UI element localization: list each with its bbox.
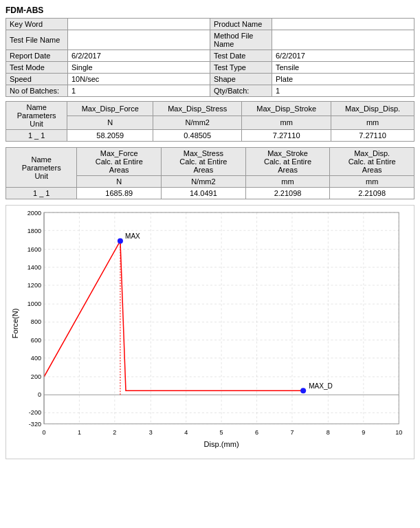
t1-col3-unit: N/mm2 bbox=[153, 116, 242, 130]
chart-area: Force(N) bbox=[5, 205, 415, 459]
batches-label: No of Batches: bbox=[6, 85, 68, 97]
svg-text:4: 4 bbox=[184, 429, 188, 436]
svg-text:400: 400 bbox=[31, 355, 41, 362]
svg-text:1400: 1400 bbox=[27, 264, 41, 271]
svg-text:1000: 1000 bbox=[27, 300, 41, 307]
test-file-value bbox=[68, 30, 210, 50]
t2-col2-unit: N bbox=[77, 176, 162, 188]
svg-text:10: 10 bbox=[395, 429, 402, 436]
svg-text:1600: 1600 bbox=[27, 246, 41, 253]
t1-col4-header: Max_Disp_Stroke bbox=[242, 102, 331, 116]
max-label: MAX bbox=[125, 232, 140, 240]
t2-col3-unit: N/mm2 bbox=[162, 176, 246, 188]
svg-text:0: 0 bbox=[43, 429, 46, 436]
t2-col3-header: Max_StressCalc. at EntireAreas bbox=[162, 148, 246, 176]
test-mode-value: Single bbox=[68, 62, 210, 74]
report-date-value: 6/2/2017 bbox=[68, 50, 210, 62]
data-table-1: NameParametersUnit Max_Disp_Force Max_Di… bbox=[5, 101, 415, 142]
svg-text:200: 200 bbox=[31, 373, 41, 380]
method-file-label: Method File Name bbox=[210, 30, 272, 50]
t2-col4-unit: mm bbox=[245, 176, 330, 188]
test-mode-label: Test Mode bbox=[6, 62, 68, 74]
report-date-label: Report Date bbox=[6, 50, 68, 62]
test-type-label: Test Type bbox=[210, 62, 272, 74]
t1-col4-unit: mm bbox=[242, 116, 331, 130]
svg-text:8: 8 bbox=[327, 429, 330, 436]
t1-col5-unit: mm bbox=[331, 116, 415, 130]
keyword-label: Key Word bbox=[6, 19, 68, 30]
keyword-value bbox=[68, 19, 210, 30]
y-axis-label: Force(N) bbox=[11, 309, 19, 339]
svg-text:5: 5 bbox=[220, 429, 223, 436]
test-type-value: Tensile bbox=[272, 62, 415, 74]
t2-col5-unit: mm bbox=[330, 176, 415, 188]
t2-col2-header: Max_ForceCalc. at EntireAreas bbox=[77, 148, 162, 176]
shape-value: Plate bbox=[272, 74, 415, 85]
test-date-label: Test Date bbox=[210, 50, 272, 62]
t1-col3-header: Max_Disp_Stress bbox=[153, 102, 242, 116]
info-table: Key Word Product Name Test File Name Met… bbox=[5, 18, 415, 97]
t1-row1-label: 1 _ 1 bbox=[6, 130, 67, 142]
speed-value: 10N/sec bbox=[68, 74, 210, 85]
t1-row1-col3: 0.48505 bbox=[153, 130, 242, 142]
page-title: FDM-ABS bbox=[5, 6, 415, 15]
product-name-label: Product Name bbox=[210, 19, 272, 30]
t1-col5-header: Max_Disp_Disp. bbox=[331, 102, 415, 116]
maxd-point bbox=[300, 388, 306, 393]
speed-label: Speed bbox=[6, 74, 68, 85]
t1-col2-header: Max_Disp_Force bbox=[67, 102, 153, 116]
t2-row1-col5: 2.21098 bbox=[330, 188, 415, 199]
qty-value: 1 bbox=[272, 85, 415, 97]
t1-row1-col4: 7.27110 bbox=[242, 130, 331, 142]
data-table-2: NameParametersUnit Max_ForceCalc. at Ent… bbox=[5, 147, 415, 199]
test-date-value: 6/2/2017 bbox=[272, 50, 415, 62]
svg-text:-320: -320 bbox=[29, 421, 41, 428]
svg-text:800: 800 bbox=[31, 318, 41, 325]
t1-col2-unit: N bbox=[67, 116, 153, 130]
t1-col1-header: NameParametersUnit bbox=[6, 102, 67, 130]
t2-row1-col3: 14.0491 bbox=[162, 188, 246, 199]
chart-svg: Force(N) bbox=[6, 206, 414, 459]
svg-text:1: 1 bbox=[78, 429, 81, 436]
t1-row1-col5: 7.27110 bbox=[331, 130, 415, 142]
svg-text:6: 6 bbox=[255, 429, 258, 436]
svg-text:3: 3 bbox=[149, 429, 153, 436]
t2-col1-header: NameParametersUnit bbox=[6, 148, 77, 188]
svg-text:9: 9 bbox=[362, 429, 365, 436]
svg-text:2: 2 bbox=[113, 429, 116, 436]
maxd-label: MAX_D bbox=[309, 382, 333, 390]
svg-text:1200: 1200 bbox=[27, 282, 41, 289]
max-point bbox=[118, 238, 123, 243]
svg-text:7: 7 bbox=[290, 429, 294, 436]
chart-line bbox=[44, 241, 303, 390]
t2-row1-col2: 1685.89 bbox=[77, 188, 162, 199]
t2-col5-header: Max_Disp.Calc. at EntireAreas bbox=[330, 148, 415, 176]
t1-row1-col2: 58.2059 bbox=[67, 130, 153, 142]
qty-label: Qty/Batch: bbox=[210, 85, 272, 97]
t2-row1-label: 1 _ 1 bbox=[6, 188, 77, 199]
svg-text:0: 0 bbox=[38, 391, 41, 398]
test-file-label: Test File Name bbox=[6, 30, 68, 50]
svg-text:1800: 1800 bbox=[27, 228, 41, 234]
shape-label: Shape bbox=[210, 74, 272, 85]
svg-text:-200: -200 bbox=[29, 409, 41, 416]
t2-row1-col4: 2.21098 bbox=[245, 188, 330, 199]
t2-col4-header: Max_StrokeCalc. at EntireAreas bbox=[245, 148, 330, 176]
svg-text:600: 600 bbox=[31, 337, 41, 344]
svg-text:2000: 2000 bbox=[27, 210, 41, 217]
x-axis-label: Disp.(mm) bbox=[204, 440, 239, 448]
batches-value: 1 bbox=[68, 85, 210, 97]
product-name-value bbox=[272, 19, 415, 30]
method-file-value bbox=[272, 30, 415, 50]
